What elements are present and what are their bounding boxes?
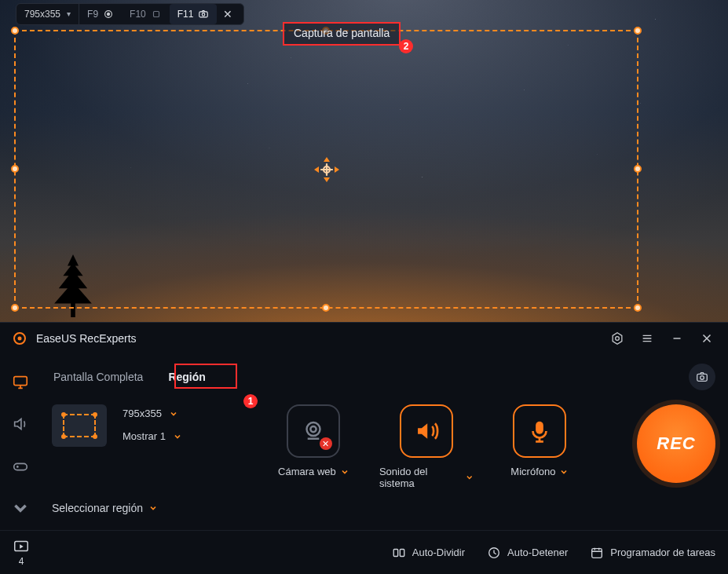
microphone-column: Micrófono bbox=[492, 404, 587, 477]
bottom-bar: 4 Auto-Dividir Auto-Detener Programador … bbox=[0, 530, 728, 574]
svg-rect-11 bbox=[14, 463, 27, 470]
select-region-dropdown[interactable]: Seleccionar región bbox=[52, 502, 157, 514]
settings-button[interactable] bbox=[607, 328, 627, 349]
hotkey-f11-label: F11 bbox=[177, 9, 194, 20]
svg-rect-2 bbox=[153, 12, 159, 17]
screenshot-tooltip-text: Captura de pantalla bbox=[294, 27, 390, 39]
titlebar: EaseUS RecExperts bbox=[0, 323, 728, 354]
display-dropdown[interactable]: Mostrar 1 bbox=[123, 430, 181, 442]
auto-split-label: Auto-Dividir bbox=[412, 547, 465, 558]
close-button[interactable] bbox=[697, 328, 717, 349]
svg-rect-21 bbox=[592, 548, 602, 558]
webcam-label[interactable]: Cámara web bbox=[278, 466, 349, 477]
mode-tabs: Pantalla Completa Región bbox=[41, 354, 715, 400]
recordings-button[interactable]: 4 bbox=[13, 539, 30, 567]
resize-handle-tr[interactable] bbox=[634, 27, 642, 35]
region-thumbnail[interactable] bbox=[52, 404, 107, 447]
hotkey-f9[interactable]: F9 bbox=[79, 4, 122, 24]
camera-icon bbox=[198, 9, 209, 20]
selection-size-dropdown[interactable]: 795x355 ▾ bbox=[16, 4, 79, 24]
sidebar-more[interactable] bbox=[10, 499, 31, 518]
svg-rect-10 bbox=[14, 376, 27, 385]
svg-rect-19 bbox=[400, 549, 404, 556]
app-title: EaseUS RecExperts bbox=[36, 332, 137, 345]
annotation-badge-2: 2 bbox=[399, 39, 413, 53]
app-window: EaseUS RecExperts bbox=[0, 322, 728, 574]
region-block: 795x355 Mostrar 1 bbox=[52, 404, 181, 447]
chevron-down-icon: ▾ bbox=[67, 9, 71, 18]
svg-point-15 bbox=[310, 426, 316, 432]
stop-square-icon bbox=[151, 9, 162, 20]
auto-stop-button[interactable]: Auto-Detener bbox=[487, 546, 568, 560]
sidebar-item-screen[interactable] bbox=[10, 373, 31, 392]
selection-size-value: 795x355 bbox=[24, 9, 60, 20]
svg-point-9 bbox=[616, 337, 620, 341]
webcam-column: ✕ Cámara web bbox=[266, 404, 360, 477]
webcam-toggle[interactable]: ✕ bbox=[287, 404, 340, 458]
sidebar bbox=[0, 354, 41, 530]
resize-handle-ml[interactable] bbox=[11, 165, 19, 173]
system-sound-column: Sonido del sistema bbox=[379, 404, 474, 489]
record-button-label: REC bbox=[657, 433, 695, 454]
svg-point-1 bbox=[107, 13, 109, 15]
hotkey-f11[interactable]: F11 bbox=[170, 4, 218, 24]
move-cursor-icon bbox=[309, 152, 344, 187]
task-scheduler-button[interactable]: Programador de tareas bbox=[590, 546, 715, 560]
floating-toolbar-close[interactable]: ✕ bbox=[217, 8, 239, 20]
sidebar-item-game[interactable] bbox=[10, 457, 31, 476]
resize-handle-br[interactable] bbox=[634, 304, 642, 312]
record-button[interactable]: REC bbox=[637, 404, 715, 483]
svg-point-5 bbox=[324, 166, 330, 173]
region-size-dropdown[interactable]: 795x355 bbox=[123, 408, 181, 419]
svg-rect-3 bbox=[199, 12, 208, 17]
display-value: Mostrar 1 bbox=[123, 430, 166, 442]
main-panel: Pantalla Completa Región 795x355 bbox=[41, 354, 728, 530]
task-scheduler-label: Programador de tareas bbox=[610, 547, 715, 558]
svg-rect-18 bbox=[393, 549, 397, 556]
record-dot-icon bbox=[103, 9, 114, 20]
svg-rect-16 bbox=[536, 422, 543, 434]
hotkey-f9-label: F9 bbox=[87, 9, 98, 20]
resize-handle-tl[interactable] bbox=[11, 27, 19, 35]
svg-point-13 bbox=[701, 376, 704, 380]
auto-stop-label: Auto-Detener bbox=[507, 547, 568, 558]
system-sound-toggle[interactable] bbox=[400, 404, 453, 458]
resize-handle-bl[interactable] bbox=[11, 304, 19, 312]
tab-fullscreen[interactable]: Pantalla Completa bbox=[41, 363, 155, 391]
resize-handle-mr[interactable] bbox=[634, 165, 642, 173]
svg-point-7 bbox=[18, 337, 22, 341]
floating-toolbar: 795x355 ▾ F9 F10 F11 ✕ bbox=[16, 3, 244, 25]
region-size-value: 795x355 bbox=[123, 408, 162, 419]
screenshot-tooltip: Captura de pantalla bbox=[283, 22, 401, 46]
svg-point-14 bbox=[306, 422, 320, 436]
screenshot-button[interactable] bbox=[689, 364, 715, 390]
sidebar-item-audio[interactable] bbox=[10, 415, 31, 434]
menu-button[interactable] bbox=[637, 328, 657, 349]
tab-region[interactable]: Región bbox=[155, 363, 218, 391]
minimize-button[interactable] bbox=[667, 328, 687, 349]
annotation-badge-1: 1 bbox=[243, 394, 258, 408]
select-region-label: Seleccionar región bbox=[52, 502, 143, 514]
capture-selection[interactable] bbox=[14, 30, 638, 309]
system-sound-label[interactable]: Sonido del sistema bbox=[379, 466, 474, 489]
recordings-count: 4 bbox=[19, 556, 24, 567]
svg-point-4 bbox=[203, 13, 206, 16]
app-logo-icon bbox=[13, 331, 27, 345]
webcam-off-badge: ✕ bbox=[320, 437, 332, 450]
auto-split-button[interactable]: Auto-Dividir bbox=[392, 546, 465, 560]
microphone-toggle[interactable] bbox=[513, 404, 566, 458]
hotkey-f10-label: F10 bbox=[130, 9, 146, 20]
svg-rect-12 bbox=[697, 374, 708, 381]
resize-handle-bm[interactable] bbox=[322, 304, 330, 312]
hotkey-f10[interactable]: F10 bbox=[122, 4, 170, 24]
microphone-label[interactable]: Micrófono bbox=[510, 466, 568, 477]
svg-marker-8 bbox=[613, 333, 622, 344]
